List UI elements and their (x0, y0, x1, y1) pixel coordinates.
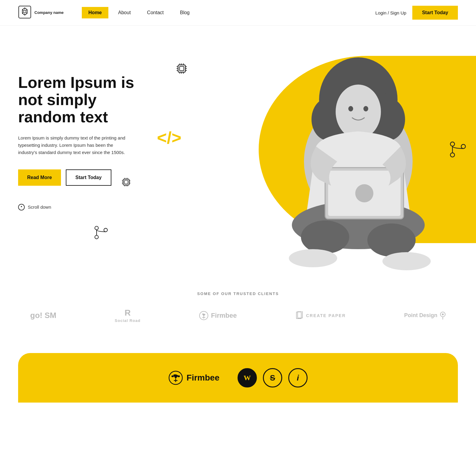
nav-blog[interactable]: Blog (173, 7, 196, 18)
clients-section: SOME OF OUR TRUSTED CLIENTS go! SM R Soc… (0, 273, 476, 353)
firmbee-label: Firmbee (211, 312, 237, 320)
code-icon-right: </> (428, 74, 455, 95)
nav-links: Home About Contact Blog (82, 7, 375, 18)
scroll-down-label: Scroll down (28, 204, 51, 210)
svg-point-25 (450, 142, 455, 146)
point-design-label: Point Design (404, 312, 437, 319)
chip-icon-mid (121, 177, 132, 189)
client-firmbee: Firmbee (199, 311, 237, 320)
nav-contact[interactable]: Contact (140, 7, 170, 18)
create-paper-label: CREATE PAPER (306, 313, 346, 318)
svg-point-74 (177, 375, 180, 377)
svg-point-54 (348, 106, 353, 111)
start-today-hero-button[interactable]: Start Today (66, 169, 111, 186)
svg-rect-29 (123, 179, 129, 185)
scroll-down[interactable]: Scroll down (18, 204, 157, 210)
svg-point-8 (24, 10, 26, 13)
banner-firmbee-icon (168, 371, 183, 385)
svg-point-53 (336, 85, 381, 139)
svg-point-71 (442, 313, 444, 315)
code-icon-left: </> (157, 128, 181, 148)
start-today-nav-button[interactable]: Start Today (412, 6, 458, 20)
svg-point-55 (363, 106, 368, 111)
banner-brand-name: Firmbee (187, 373, 219, 383)
svg-point-63 (355, 184, 373, 202)
svg-point-57 (301, 220, 349, 254)
info-icon: i (288, 368, 308, 387)
scroll-icon (18, 204, 25, 210)
hero-section: </> </> (0, 26, 476, 273)
bottom-banner: Firmbee W S i (18, 353, 458, 403)
point-design-icon (440, 311, 446, 320)
svg-point-45 (95, 235, 98, 239)
nav-right: Login / Sign Up Start Today (375, 6, 458, 20)
clients-logos: go! SM R Social Road Firmbee CREATE PAPE… (18, 308, 458, 323)
wordpress-icon: W (238, 368, 257, 387)
svg-point-43 (95, 226, 98, 230)
client-gosm: go! SM (30, 311, 56, 320)
social-road-prefix: R (125, 308, 131, 318)
logo-area: Company name (18, 5, 64, 20)
svg-rect-10 (180, 66, 184, 71)
hero-content: Lorem Ipsum is not simply random text Lo… (18, 26, 157, 210)
company-name: Company name (34, 10, 64, 15)
nav-about[interactable]: About (111, 7, 137, 18)
svg-point-44 (104, 228, 107, 232)
create-paper-icon (295, 311, 304, 320)
branch-icon-left (94, 225, 109, 241)
logo-icon (18, 5, 31, 20)
svg-point-58 (367, 223, 416, 257)
banner-icons: W S i (238, 368, 308, 387)
nav-home[interactable]: Home (82, 7, 108, 18)
clients-label: SOME OF OUR TRUSTED CLIENTS (18, 291, 458, 296)
navbar: Company name Home About Contact Blog Log… (0, 0, 476, 26)
read-more-button[interactable]: Read More (18, 169, 61, 186)
social-road-label: Social Road (115, 318, 140, 323)
svg-text:</>: </> (157, 128, 181, 146)
login-link[interactable]: Login / Sign Up (375, 10, 407, 15)
svg-text:</>: </> (428, 74, 454, 94)
gosm-label: go! SM (30, 311, 56, 320)
client-social-road: R Social Road (115, 308, 140, 323)
hero-title: Lorem Ipsum is not simply random text (18, 74, 157, 126)
chip-icon-top (175, 62, 188, 76)
client-create-paper: CREATE PAPER (295, 311, 346, 320)
svg-point-26 (461, 144, 465, 149)
banner-brand: Firmbee (168, 371, 219, 385)
svg-point-59 (289, 249, 337, 267)
hero-description: Lorem Ipsum is simply dummy text of the … (18, 134, 133, 156)
client-point-design: Point Design (404, 311, 446, 320)
scroll-dot (21, 206, 22, 207)
hero-image-area (204, 26, 476, 273)
svg-rect-30 (124, 180, 128, 184)
svg-rect-67 (296, 312, 301, 319)
svg-point-73 (171, 375, 174, 377)
strike-s-icon: S (263, 368, 282, 387)
svg-rect-68 (298, 311, 302, 318)
firmbee-icon (199, 311, 209, 320)
branch-icon-right (449, 140, 467, 160)
svg-point-27 (450, 153, 455, 157)
svg-point-60 (382, 252, 431, 270)
hero-buttons: Read More Start Today (18, 169, 157, 186)
svg-rect-9 (178, 65, 185, 72)
